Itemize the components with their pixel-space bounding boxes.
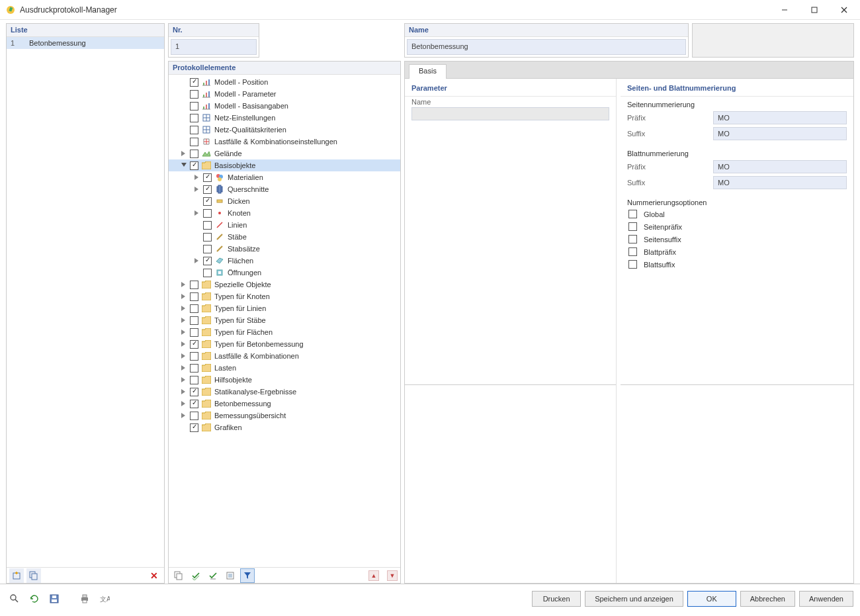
tree-row[interactable]: Flächen xyxy=(169,255,400,267)
seiten-suffix-input[interactable] xyxy=(713,127,847,140)
tree-checkbox[interactable] xyxy=(190,114,198,122)
tree-checkbox[interactable] xyxy=(190,328,198,337)
tree-expander-icon[interactable] xyxy=(179,292,189,301)
tree-checkbox[interactable] xyxy=(203,209,212,218)
tree-checkbox[interactable] xyxy=(203,173,212,182)
new-item-button[interactable] xyxy=(9,568,24,583)
tree-expander-icon[interactable] xyxy=(179,316,189,325)
tree-row[interactable]: Typen für Betonbemessung xyxy=(169,338,400,350)
print-button[interactable]: Drucken xyxy=(532,591,581,607)
tree-checkbox[interactable] xyxy=(190,388,198,396)
tree-row[interactable]: Stäbe xyxy=(169,231,400,243)
tree-row[interactable]: Lasten xyxy=(169,362,400,374)
tree-checkbox[interactable] xyxy=(203,269,212,277)
tree-expander-icon[interactable] xyxy=(179,280,189,289)
tree-checkbox[interactable] xyxy=(190,400,198,408)
opt-blattsuffix-row[interactable]: Blattsuffix xyxy=(621,258,853,271)
tree-row[interactable]: Hilfsobjekte xyxy=(169,374,400,386)
tree-expander-icon[interactable] xyxy=(179,149,189,158)
tree-filter-button[interactable] xyxy=(240,568,255,583)
save-show-button[interactable]: Speichern und anzeigen xyxy=(585,591,683,607)
tree-row[interactable]: Materialien xyxy=(169,171,400,183)
opt-seitenpraefix-row[interactable]: Seitenpräfix xyxy=(621,220,853,233)
tree-row[interactable]: Typen für Flächen xyxy=(169,326,400,338)
tree-checkbox[interactable] xyxy=(190,90,198,99)
tree-row[interactable]: Grafiken xyxy=(169,421,400,433)
tab-basis[interactable]: Basis xyxy=(409,64,447,79)
close-button[interactable] xyxy=(829,0,859,20)
tree-checkbox[interactable] xyxy=(190,281,198,289)
tree-checkbox[interactable] xyxy=(203,257,212,265)
tree-expander-icon[interactable] xyxy=(179,375,189,384)
delete-item-button[interactable]: ✕ xyxy=(147,568,161,583)
tree-checkbox[interactable] xyxy=(190,412,198,420)
tree-expander-icon[interactable] xyxy=(193,256,202,265)
tree-uncheck-all-button[interactable] xyxy=(206,568,220,583)
tree-checkbox[interactable] xyxy=(190,78,198,87)
tree-checkbox[interactable] xyxy=(190,376,198,384)
save-icon[interactable] xyxy=(46,591,62,607)
seiten-praefix-input[interactable] xyxy=(713,111,847,124)
tree-checkbox[interactable] xyxy=(190,352,198,361)
tree-checkbox[interactable] xyxy=(190,126,198,134)
ok-button[interactable]: OK xyxy=(687,591,736,607)
tree-row[interactable]: Modell - Position xyxy=(169,76,400,88)
tree-settings-button[interactable] xyxy=(223,568,237,583)
tree-expander-icon[interactable] xyxy=(179,399,189,408)
tree-row[interactable]: Stabsätze xyxy=(169,243,400,255)
tree-check-all-button[interactable] xyxy=(189,568,203,583)
tree-row[interactable]: Typen für Stäbe xyxy=(169,314,400,326)
tree-row[interactable]: Basisobjekte xyxy=(169,159,400,171)
tree-expander-icon[interactable] xyxy=(193,173,202,182)
tree-checkbox[interactable] xyxy=(190,161,198,170)
maximize-button[interactable] xyxy=(799,0,829,20)
tree-checkbox[interactable] xyxy=(190,316,198,325)
move-up-button[interactable]: ▲ xyxy=(368,570,379,581)
tree-expander-icon[interactable] xyxy=(179,339,189,349)
opt-seitensuffix-row[interactable]: Seitensuffix xyxy=(621,233,853,245)
opt-seitensuffix-check[interactable] xyxy=(628,235,637,243)
tree-checkbox[interactable] xyxy=(203,245,212,253)
opt-blattsuffix-check[interactable] xyxy=(628,260,637,269)
tree-expander-icon[interactable] xyxy=(179,363,189,373)
nr-value[interactable]: 1 xyxy=(171,39,257,55)
tree-expander-icon[interactable] xyxy=(179,304,189,313)
tree-checkbox[interactable] xyxy=(190,292,198,301)
print-icon[interactable] xyxy=(77,591,93,607)
tree-row[interactable]: Lastfälle & Kombinationseinstellungen xyxy=(169,136,400,148)
tree-row[interactable]: Typen für Linien xyxy=(169,302,400,314)
tree-row[interactable]: Lastfälle & Kombinationen xyxy=(169,350,400,362)
tree-expander-icon[interactable] xyxy=(179,161,189,170)
refresh-icon[interactable] xyxy=(26,591,42,607)
blatt-suffix-input[interactable] xyxy=(713,176,847,189)
tree-checkbox[interactable] xyxy=(190,340,198,349)
tree-expander-icon[interactable] xyxy=(179,387,189,396)
tree-row[interactable]: Öffnungen xyxy=(169,267,400,279)
tree-checkbox[interactable] xyxy=(190,364,198,373)
opt-blattpraefix-row[interactable]: Blattpräfix xyxy=(621,245,853,258)
tree-row[interactable]: Knoten xyxy=(169,207,400,219)
tree-checkbox[interactable] xyxy=(190,150,198,158)
tree-checkbox[interactable] xyxy=(203,197,212,206)
opt-global-check[interactable] xyxy=(628,210,637,218)
minimize-button[interactable] xyxy=(769,0,799,20)
apply-button[interactable]: Anwenden xyxy=(799,591,853,607)
tree-row[interactable]: Gelände xyxy=(169,148,400,159)
tree-checkbox[interactable] xyxy=(190,102,198,110)
tree-expander-icon[interactable] xyxy=(179,351,189,361)
search-icon[interactable] xyxy=(7,591,22,607)
translate-icon[interactable]: 文A xyxy=(97,591,112,607)
opt-seitenpraefix-check[interactable] xyxy=(628,222,637,231)
tree-row[interactable]: Betonbemessung xyxy=(169,398,400,410)
move-down-button[interactable]: ▼ xyxy=(387,570,398,581)
tree-row[interactable]: Linien xyxy=(169,219,400,231)
tree-checkbox[interactable] xyxy=(190,423,198,432)
tree-row[interactable]: Spezielle Objekte xyxy=(169,279,400,290)
tree-checkbox[interactable] xyxy=(203,185,212,194)
tree-row[interactable]: Dicken xyxy=(169,195,400,207)
tree-checkbox[interactable] xyxy=(190,138,198,146)
opt-blattpraefix-check[interactable] xyxy=(628,247,637,256)
tree-row[interactable]: Bemessungsübersicht xyxy=(169,410,400,421)
tree-checkbox[interactable] xyxy=(203,221,212,230)
tree-copy-button[interactable] xyxy=(171,568,186,583)
